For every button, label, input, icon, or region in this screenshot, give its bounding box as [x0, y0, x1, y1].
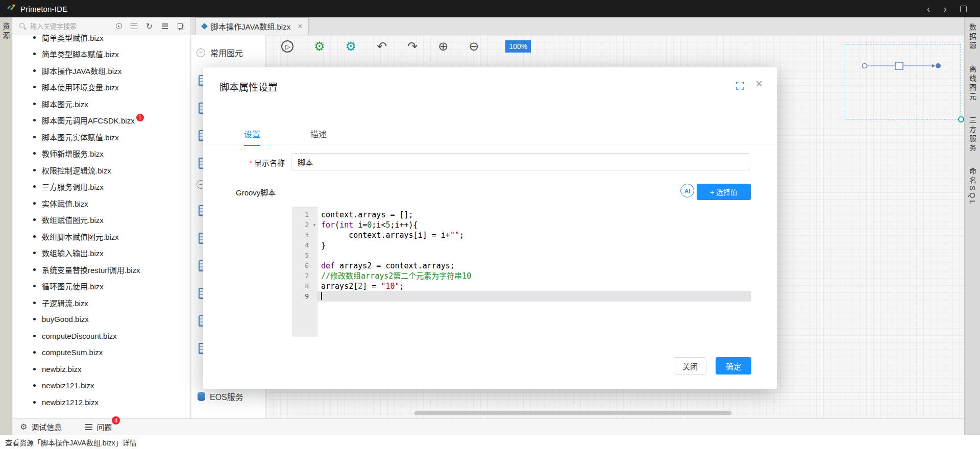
tab-description[interactable]: 描述 — [310, 128, 327, 146]
code-line[interactable]: } — [317, 240, 751, 251]
file-tree-item[interactable]: 脚本图元调用AFCSDK.bizx1 — [13, 112, 190, 129]
bullet-icon — [33, 235, 36, 238]
window-restore-icon[interactable] — [960, 6, 967, 12]
tab-settings[interactable]: 设置 — [244, 128, 260, 146]
code-token: ;i< — [372, 220, 385, 230]
close-dialog-icon[interactable]: × — [755, 78, 763, 90]
zoom-in-icon[interactable]: ⊕ — [438, 40, 448, 53]
select-value-button[interactable]: + 选择值 — [697, 184, 751, 200]
line-number[interactable]: 7 — [292, 271, 317, 281]
file-tree-item[interactable]: 数组赋值图元.bizx — [13, 212, 190, 229]
bullet-icon — [33, 401, 36, 404]
tab-problems[interactable]: 问题 4 — [85, 421, 112, 432]
file-tree-item[interactable]: 脚本图元实体赋值.bizx — [13, 129, 190, 145]
file-name: newbiz.bizx — [42, 365, 82, 373]
display-name-input[interactable] — [291, 153, 750, 170]
file-tree-item[interactable]: newbiz121.bizx — [13, 378, 190, 394]
line-number[interactable]: 5 — [292, 251, 317, 261]
file-tree-item[interactable]: 三方服务调用.bizx — [13, 179, 190, 195]
tab-script-java-array[interactable]: 脚本操作JAVA数组.bizx × — [195, 17, 309, 35]
code-token: i= — [353, 220, 367, 230]
code-line[interactable]: def arrays2 = context.arrays; — [317, 261, 751, 271]
flow-selection-box[interactable] — [845, 44, 961, 119]
problems-count-badge: 4 — [112, 416, 120, 425]
zoom-level[interactable]: 100% — [505, 40, 531, 53]
file-tree-item[interactable]: 简单类型脚本赋值.bizx — [13, 46, 190, 63]
palette-section-header[interactable]: −常用图元 — [197, 46, 265, 59]
locate-icon[interactable] — [114, 22, 123, 31]
export-icon[interactable] — [176, 22, 184, 31]
tab-debug-info[interactable]: ⚙ 调试信息 — [20, 421, 62, 432]
code-line[interactable] — [317, 251, 751, 261]
ok-button[interactable]: 确定 — [716, 357, 751, 375]
refresh-icon[interactable]: ↻ — [145, 22, 154, 31]
file-tree-item[interactable]: 数组脚本赋值图元.bizx — [13, 228, 190, 245]
canvas-horizontal-scrollbar[interactable] — [414, 411, 731, 415]
file-tree-item[interactable]: newbiz1212.bizx — [13, 394, 190, 411]
code-line[interactable]: //修改数组arrays2第二个元素为字符串10 — [317, 271, 751, 281]
file-tree-item[interactable]: computeSum.bizx — [13, 344, 190, 361]
palette-section-eos[interactable]: EOS服务 — [198, 390, 243, 403]
debug-config-icon[interactable]: ⚙ — [346, 40, 357, 53]
line-number[interactable]: 3 — [292, 230, 317, 240]
code-line[interactable]: arrays2[2] = "10"; — [317, 281, 751, 291]
nav-back-icon[interactable]: ‹ — [927, 4, 930, 14]
file-tree-item[interactable]: 脚本使用环境变量.bizx — [13, 79, 190, 96]
right-rail-tab[interactable]: 三方服务 — [967, 116, 977, 153]
file-tree-item[interactable]: 数组输入输出.bizx — [13, 245, 190, 262]
file-tree-item[interactable]: 教师新增服务.bizx — [13, 145, 190, 162]
file-tree-item[interactable]: 循环图元使用.bizx — [13, 278, 190, 295]
fold-icon[interactable]: ▾ — [313, 220, 316, 230]
file-name: 教师新增服务.bizx — [42, 148, 104, 159]
close-button[interactable]: 关闭 — [674, 357, 706, 375]
right-rail-tab[interactable]: 数据源 — [967, 23, 977, 51]
code-token: "" — [450, 231, 459, 240]
list-icon[interactable] — [160, 22, 169, 31]
run-debug-icon[interactable]: ▷ — [281, 40, 293, 53]
line-number[interactable]: 6 — [292, 261, 317, 271]
dialog-tabs: 设置 描述 — [244, 128, 327, 146]
line-number[interactable]: 1 — [292, 210, 317, 220]
line-number[interactable]: 9 — [292, 291, 317, 302]
explorer-toolbar-icons: ↻ — [114, 22, 184, 31]
maximize-dialog-icon[interactable] — [736, 82, 744, 90]
file-tree-item[interactable]: newbiz.bizx — [13, 361, 190, 378]
selection-resize-handle[interactable] — [958, 116, 964, 122]
rail-tab-resources[interactable]: 资源 — [1, 22, 11, 41]
line-number[interactable]: 8 — [292, 281, 317, 291]
package-icon[interactable] — [130, 22, 138, 31]
file-tree-item[interactable]: 脚本图元.bizx — [13, 95, 190, 112]
redo-icon[interactable]: ↷ — [407, 40, 418, 53]
file-tree-item[interactable]: 脚本操作JAVA数组.bizx — [13, 62, 190, 79]
tab-close-icon[interactable]: × — [298, 22, 302, 31]
zoom-out-icon[interactable]: ⊖ — [469, 40, 479, 53]
file-tree-item[interactable]: buyGood.bizx — [13, 311, 190, 328]
editor-code-area[interactable]: context.arrays = [];for(int i=0;i<5;i++)… — [317, 207, 751, 337]
file-tree-item[interactable]: 简单类型赋值.bizx — [13, 29, 190, 46]
file-tree-item[interactable]: 子逻辑流.bizx — [13, 294, 190, 311]
right-rail-tab[interactable]: 离线图元 — [967, 65, 977, 102]
file-tree-item[interactable]: 系统变量替换resturl调用.bizx — [13, 261, 190, 278]
nav-forward-icon[interactable]: › — [943, 4, 947, 14]
code-line[interactable] — [317, 291, 751, 302]
file-tree-item[interactable]: 权限控制逻辑流.bizx — [13, 162, 190, 179]
code-line[interactable]: context.arrays = []; — [317, 210, 751, 220]
undo-icon[interactable]: ↶ — [377, 40, 387, 53]
file-tree-item[interactable]: 实体赋值.bizx — [13, 195, 190, 212]
file-name: 数组脚本赋值图元.bizx — [42, 231, 119, 242]
file-tree-item[interactable]: computeDiscount.bizx — [13, 328, 190, 344]
search-input[interactable] — [30, 22, 102, 30]
code-line[interactable]: context.arrays[i] = i+""; — [317, 230, 751, 240]
collapse-icon[interactable]: − — [197, 48, 205, 57]
problems-icon — [85, 424, 92, 430]
line-number[interactable]: 2▾ — [292, 220, 317, 230]
file-name: 简单类型脚本赋值.bizx — [42, 48, 119, 59]
debug-bug-icon[interactable]: ⚙ — [314, 40, 325, 53]
line-number[interactable]: 4 — [292, 240, 317, 251]
right-rail-tab[interactable]: 命名SQL — [967, 167, 977, 206]
title-bar: Primeton-IDE ‹ › — [0, 0, 980, 17]
code-token: ;i++){ — [390, 220, 418, 230]
code-line[interactable]: for(int i=0;i<5;i++){ — [317, 220, 751, 230]
ai-assist-icon[interactable]: AI — [680, 184, 694, 197]
groovy-code-editor[interactable]: 12▾3456789 context.arrays = [];for(int i… — [292, 207, 751, 337]
